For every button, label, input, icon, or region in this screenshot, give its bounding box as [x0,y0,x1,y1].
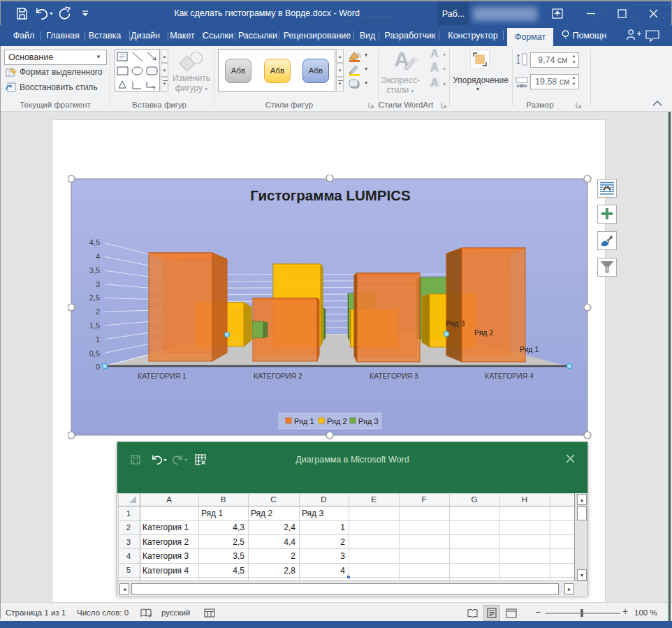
svg-text:Категория 4: Категория 4 [143,566,189,576]
svg-text:Ряд 2: Ряд 2 [474,328,493,337]
svg-text:Категория 1: Категория 1 [143,523,189,532]
svg-text:0,5: 0,5 [89,349,100,358]
svg-text:1: 1 [96,335,100,344]
svg-text:2: 2 [340,537,345,547]
svg-text:КАТЕГОРИЯ 2: КАТЕГОРИЯ 2 [254,372,302,380]
svg-text:G: G [472,495,478,504]
svg-text:H: H [522,495,527,504]
svg-text:4,4: 4,4 [284,537,295,547]
svg-text:Категория 2: Категория 2 [143,537,189,547]
svg-text:4: 4 [96,252,100,261]
svg-text:Ряд 2: Ряд 2 [251,509,272,518]
svg-text:3: 3 [126,538,131,546]
svg-text:4,5: 4,5 [89,238,100,247]
svg-text:3,5: 3,5 [89,266,100,275]
svg-text:3: 3 [340,551,345,561]
svg-text:1: 1 [340,523,345,532]
svg-text:КАТЕГОРИЯ 4: КАТЕГОРИЯ 4 [485,372,534,380]
svg-text:КАТЕГОРИЯ 1: КАТЕГОРИЯ 1 [138,372,187,380]
svg-text:0: 0 [96,363,100,371]
svg-text:A: A [166,495,172,504]
svg-text:4: 4 [340,566,345,576]
svg-text:D: D [321,495,326,504]
svg-text:3: 3 [96,280,100,289]
svg-text:Ряд 2: Ряд 2 [327,417,347,425]
svg-text:2,5: 2,5 [233,537,244,547]
svg-text:4,5: 4,5 [233,566,244,576]
svg-text:B: B [221,495,226,504]
svg-text:3,5: 3,5 [233,551,244,561]
svg-text:2: 2 [291,551,295,561]
svg-text:4: 4 [126,552,131,560]
svg-text:4,3: 4,3 [233,523,244,532]
svg-text:F: F [421,495,426,504]
svg-text:1,5: 1,5 [89,321,100,330]
svg-text:2: 2 [96,307,100,316]
svg-text:5: 5 [126,566,131,574]
svg-text:Ряд 1: Ряд 1 [520,345,539,353]
svg-text:Ряд 3: Ряд 3 [302,509,323,518]
svg-text:КАТЕГОРИЯ 3: КАТЕГОРИЯ 3 [370,372,418,380]
svg-text:E: E [371,495,377,504]
svg-text:Ряд 3: Ряд 3 [358,417,379,425]
svg-text:2,8: 2,8 [284,566,295,576]
svg-text:C: C [270,495,276,504]
svg-text:1: 1 [126,509,131,518]
svg-text:Ряд 3: Ряд 3 [446,319,465,328]
svg-text:Ряд 1: Ряд 1 [294,417,314,425]
svg-text:Гистограмма LUMPICS: Гистограмма LUMPICS [250,187,410,203]
svg-text:2: 2 [126,523,131,532]
svg-text:2,5: 2,5 [89,293,100,302]
svg-text:Категория 3: Категория 3 [143,551,189,561]
svg-text:Ряд 1: Ряд 1 [201,509,223,518]
svg-text:2,4: 2,4 [284,523,295,532]
